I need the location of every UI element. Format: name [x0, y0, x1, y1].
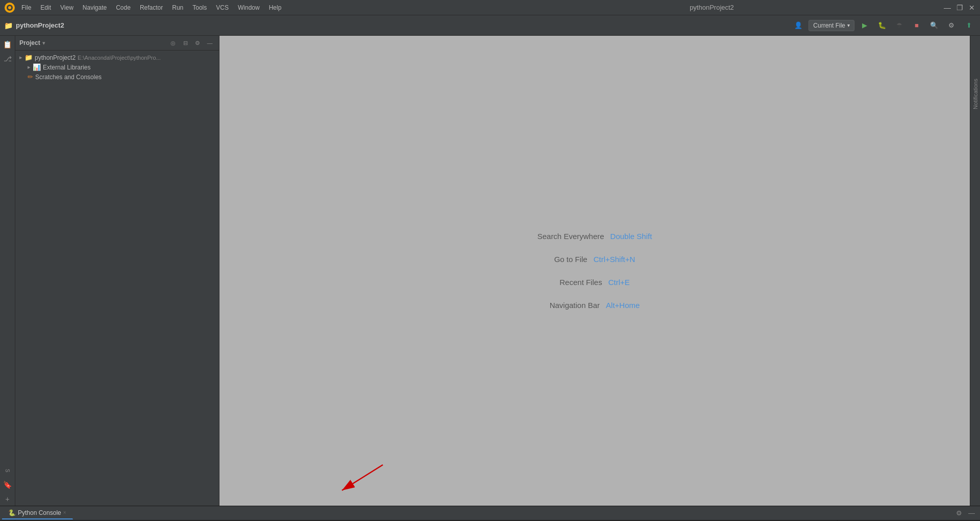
- search-everywhere-button[interactable]: 🔍: [927, 18, 941, 33]
- project-hide-btn[interactable]: —: [205, 38, 215, 48]
- tree-item-project[interactable]: ▸ 📁 pythonProject2 E:\Anaconda\Project\p…: [15, 53, 219, 62]
- tree-item-external-libs[interactable]: ▸ 📊 External Libraries: [15, 62, 219, 72]
- library-icon: 📊: [33, 63, 41, 71]
- tree-label-external-libs: External Libraries: [43, 64, 90, 71]
- tree-item-scratches[interactable]: ✏ Scratches and Consoles: [15, 72, 219, 82]
- run-config-label: Current File: [813, 22, 845, 29]
- project-collapse-btn[interactable]: ⊟: [180, 38, 190, 48]
- menu-navigate[interactable]: Navigate: [79, 3, 111, 12]
- run-config-selector[interactable]: Current File ▾: [808, 20, 854, 31]
- sidebar-project-icon[interactable]: 📋: [1, 38, 14, 51]
- titlebar: File Edit View Navigate Code Refactor Ru…: [0, 0, 980, 15]
- toolbar: 📁 pythonProject2 👤 Current File ▾ ▶ 🐛 ☂ …: [0, 15, 980, 36]
- hint-goto-shortcut: Ctrl+Shift+N: [594, 255, 635, 264]
- hint-navbar: Navigation Bar Alt+Home: [550, 301, 640, 310]
- menu-edit[interactable]: Edit: [36, 3, 55, 12]
- hint-goto: Go to File Ctrl+Shift+N: [554, 255, 635, 264]
- bottom-panel: 🐍 Python Console × ⚙ — ↺ ⇕ ■ ⇤ ▶ ⚙ ⋯ ⏱ i…: [0, 506, 980, 521]
- console-tab-bar: 🐍 Python Console × ⚙ —: [0, 506, 980, 520]
- left-sidebar: 📋 ⎇ S 🔖 +: [0, 36, 15, 506]
- menu-refactor[interactable]: Refactor: [136, 3, 167, 12]
- app-icon: [4, 2, 15, 13]
- project-header: Project ▾ ◎ ⊟ ⚙ —: [15, 36, 219, 51]
- run-config-chevron: ▾: [847, 22, 850, 28]
- hint-recent: Recent Files Ctrl+E: [559, 278, 629, 287]
- main-layout: 📋 ⎇ S 🔖 + Project ▾ ◎ ⊟ ⚙ — ▸ 📁 pythonPr…: [0, 36, 980, 506]
- notifications-label[interactable]: Notifications: [971, 77, 979, 111]
- sidebar-bookmarks-icon[interactable]: 🔖: [1, 478, 14, 491]
- hint-recent-shortcut: Ctrl+E: [608, 278, 630, 287]
- hint-recent-text: Recent Files: [559, 278, 602, 287]
- right-sidebar: Notifications: [970, 36, 980, 506]
- menu-window[interactable]: Window: [234, 3, 264, 12]
- hint-search: Search Everywhere Double Shift: [537, 232, 652, 241]
- menu-bar: File Edit View Navigate Code Refactor Ru…: [17, 3, 480, 12]
- editor-area[interactable]: Search Everywhere Double Shift Go to Fil…: [219, 36, 970, 506]
- project-locate-btn[interactable]: ◎: [168, 38, 178, 48]
- menu-help[interactable]: Help: [265, 3, 286, 12]
- console-settings-btn[interactable]: ⚙: [953, 509, 965, 517]
- sidebar-add-icon[interactable]: +: [1, 492, 14, 506]
- menu-view[interactable]: View: [56, 3, 78, 12]
- menu-run[interactable]: Run: [168, 3, 187, 12]
- menu-code[interactable]: Code: [112, 3, 135, 12]
- console-tab-close[interactable]: ×: [63, 510, 66, 515]
- project-tree: ▸ 📁 pythonProject2 E:\Anaconda\Project\p…: [15, 51, 219, 506]
- run-button[interactable]: ▶: [857, 18, 872, 33]
- project-settings-btn[interactable]: ⚙: [192, 38, 203, 48]
- menu-tools[interactable]: Tools: [188, 3, 211, 12]
- hint-goto-text: Go to File: [554, 255, 587, 264]
- project-dropdown-arrow[interactable]: ▾: [42, 40, 45, 46]
- editor-empty: Search Everywhere Double Shift Go to Fil…: [219, 36, 970, 506]
- project-name: pythonProject2: [16, 21, 64, 29]
- python-console-tab-icon: 🐍: [8, 509, 16, 516]
- debug-button[interactable]: 🐛: [875, 18, 889, 33]
- settings-button[interactable]: ⚙: [944, 18, 959, 33]
- tree-label-project: pythonProject2: [35, 54, 76, 61]
- svg-point-2: [8, 6, 11, 9]
- project-folder-icon: 📁: [4, 21, 13, 30]
- python-console-tab-label: Python Console: [18, 509, 61, 516]
- tree-path-project: E:\Anaconda\Project\pythonPro...: [78, 55, 161, 61]
- hint-navbar-text: Navigation Bar: [550, 301, 600, 310]
- project-title: Project: [19, 39, 40, 46]
- maximize-button[interactable]: ❐: [955, 4, 964, 12]
- hint-search-shortcut: Double Shift: [610, 232, 652, 241]
- window-controls: — ❐ ✕: [943, 4, 976, 12]
- git-user-icon[interactable]: 👤: [791, 18, 805, 33]
- stop-button[interactable]: ■: [910, 18, 924, 33]
- tree-label-scratches: Scratches and Consoles: [35, 74, 102, 81]
- sidebar-structure-icon[interactable]: S: [1, 464, 14, 477]
- hint-navbar-shortcut: Alt+Home: [606, 301, 640, 310]
- folder-icon: 📁: [24, 54, 33, 61]
- hint-search-text: Search Everywhere: [537, 232, 604, 241]
- scratches-icon: ✏: [28, 73, 33, 81]
- updates-button[interactable]: ⬆: [962, 18, 976, 33]
- sidebar-commit-icon[interactable]: ⎇: [1, 52, 14, 65]
- minimize-button[interactable]: —: [943, 4, 951, 12]
- menu-file[interactable]: File: [17, 3, 35, 12]
- console-hide-btn[interactable]: —: [965, 509, 978, 517]
- project-panel: Project ▾ ◎ ⊟ ⚙ — ▸ 📁 pythonProject2 E:\…: [15, 36, 219, 506]
- coverage-button[interactable]: ☂: [892, 18, 906, 33]
- window-title: pythonProject2: [480, 4, 943, 11]
- close-button[interactable]: ✕: [968, 4, 976, 12]
- menu-vcs[interactable]: VCS: [212, 3, 233, 12]
- python-console-tab[interactable]: 🐍 Python Console ×: [2, 507, 73, 519]
